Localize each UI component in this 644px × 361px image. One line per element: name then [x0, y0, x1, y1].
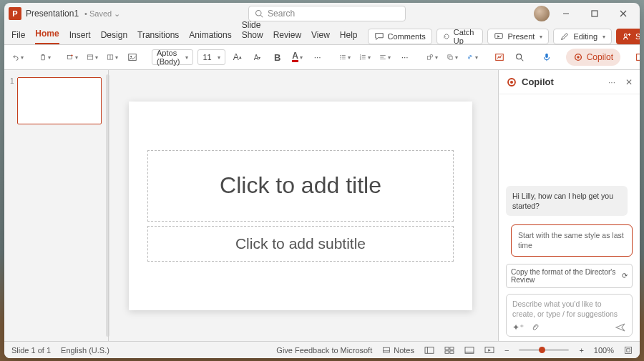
app-window: P Presentation1 • Saved ⌄ Search File Ho…: [4, 3, 640, 358]
new-slide-button[interactable]: ▾: [64, 49, 80, 65]
reading-view-button[interactable]: [464, 346, 474, 355]
arrange-button[interactable]: ▾: [444, 49, 460, 65]
vertical-scrollbar[interactable]: [106, 74, 109, 337]
section-button[interactable]: ▾: [104, 49, 120, 65]
more-font-button[interactable]: ···: [310, 49, 326, 65]
close-button[interactable]: [611, 4, 635, 23]
editing-mode-button[interactable]: Editing▾: [553, 29, 612, 44]
svg-line-38: [520, 59, 523, 61]
minimize-button[interactable]: [554, 4, 578, 23]
copilot-header: Copilot ··· ✕: [499, 70, 640, 94]
tab-animations[interactable]: Animations: [189, 30, 231, 44]
svg-text:3: 3: [359, 58, 361, 61]
normal-view-button[interactable]: [424, 346, 434, 355]
bullets-button[interactable]: ▾: [337, 49, 353, 65]
increase-font-button[interactable]: A▴: [230, 49, 245, 65]
notes-button[interactable]: Notes: [382, 346, 414, 355]
designer-icon: [494, 52, 504, 62]
numbering-button[interactable]: 123▾: [357, 49, 373, 65]
document-title[interactable]: Presentation1: [26, 9, 79, 19]
tab-slideshow[interactable]: Slide Show: [242, 20, 263, 44]
designer-button[interactable]: [492, 49, 507, 65]
dictate-button[interactable]: [539, 49, 555, 65]
share-icon: [622, 31, 632, 41]
copilot-icon: [573, 52, 583, 62]
tab-home[interactable]: Home: [35, 29, 59, 44]
copilot-close-button[interactable]: ✕: [625, 77, 633, 87]
undo-button[interactable]: ▾: [10, 49, 26, 65]
slide[interactable]: Click to add title Click to add subtitle: [129, 102, 472, 310]
more-para-button[interactable]: ···: [397, 49, 413, 65]
find-button[interactable]: [512, 49, 527, 65]
font-color-button[interactable]: A▾: [290, 49, 306, 65]
suggestion-text: Copy the format of the Director's Review: [511, 268, 618, 284]
zoom-slider[interactable]: [519, 349, 569, 351]
search-icon: [255, 9, 263, 18]
bold-button[interactable]: B: [270, 49, 286, 65]
sparkle-icon[interactable]: ✦⁺: [512, 322, 524, 332]
tab-review[interactable]: Review: [273, 30, 301, 44]
zoom-out-button[interactable]: −: [504, 346, 509, 355]
refresh-icon[interactable]: ⟳: [622, 272, 628, 280]
svg-rect-42: [637, 54, 640, 61]
copilot-ribbon-button[interactable]: Copilot: [566, 49, 620, 66]
svg-rect-10: [67, 56, 72, 59]
svg-point-16: [130, 56, 132, 57]
svg-point-17: [340, 55, 341, 56]
user-avatar[interactable]: [534, 6, 550, 21]
copilot-bot-message: Hi Lilly, how can I help get you started…: [506, 186, 628, 216]
feedback-link[interactable]: Give Feedback to Microsoft: [276, 346, 372, 355]
svg-line-1: [260, 15, 263, 17]
autosave-status[interactable]: • Saved ⌄: [84, 9, 120, 19]
tab-transitions[interactable]: Transitions: [137, 30, 179, 44]
copilot-title: Copilot: [522, 76, 554, 87]
svg-point-21: [340, 59, 341, 59]
svg-point-7: [624, 34, 627, 36]
copilot-suggestion[interactable]: Copy the format of the Director's Review…: [506, 264, 633, 288]
arrange-icon: [447, 52, 454, 62]
paint-icon: [467, 52, 474, 62]
share-button[interactable]: Share▾: [616, 29, 640, 44]
slideshow-view-button[interactable]: [484, 346, 494, 355]
present-button[interactable]: Present▾: [487, 29, 549, 44]
svg-point-44: [510, 81, 513, 84]
slide-thumbnail[interactable]: [17, 77, 102, 124]
svg-rect-49: [445, 347, 449, 349]
zoom-level[interactable]: 100%: [594, 346, 614, 355]
font-size-selector[interactable]: 11▾: [197, 49, 225, 65]
subtitle-placeholder[interactable]: Click to add subtitle: [147, 226, 454, 262]
align-button[interactable]: ▾: [377, 49, 393, 65]
chevron-down-icon: ▾: [602, 34, 605, 40]
picture-button[interactable]: [125, 49, 140, 65]
paste-button[interactable]: ▾: [37, 49, 53, 65]
tab-view[interactable]: View: [311, 30, 330, 44]
title-placeholder[interactable]: Click to add title: [147, 150, 454, 222]
tab-help[interactable]: Help: [340, 30, 358, 44]
send-button[interactable]: [615, 322, 626, 333]
addins-button[interactable]: [632, 49, 640, 65]
tab-insert[interactable]: Insert: [69, 30, 91, 44]
search-placeholder: Search: [268, 9, 295, 19]
attach-icon[interactable]: [531, 323, 540, 332]
font-selector[interactable]: Aptos (Body)▾: [152, 49, 193, 65]
picture-icon: [127, 52, 137, 62]
slide-counter[interactable]: Slide 1 of 1: [11, 346, 51, 355]
language-status[interactable]: English (U.S.): [61, 346, 109, 355]
shapes-button[interactable]: ▾: [424, 49, 440, 65]
styles-button[interactable]: ▾: [464, 49, 480, 65]
sorter-view-button[interactable]: [444, 346, 454, 355]
tab-design[interactable]: Design: [101, 30, 127, 44]
decrease-font-button[interactable]: A▾: [250, 49, 265, 65]
copilot-more-button[interactable]: ···: [608, 77, 615, 87]
fit-button[interactable]: [624, 346, 633, 355]
zoom-in-button[interactable]: +: [579, 346, 583, 355]
fit-icon: [624, 346, 633, 355]
copilot-input[interactable]: Describe what you'd like to create, or t…: [506, 294, 633, 337]
layout-button[interactable]: ▾: [84, 49, 100, 65]
search-box[interactable]: Search: [248, 6, 406, 21]
comments-button[interactable]: Comments: [368, 29, 432, 44]
catchup-button[interactable]: Catch Up: [436, 29, 484, 44]
tab-file[interactable]: File: [11, 30, 25, 44]
maximize-button[interactable]: [582, 4, 607, 23]
copilot-pane: Copilot ··· ✕ Hi Lilly, how can I help g…: [498, 70, 640, 341]
